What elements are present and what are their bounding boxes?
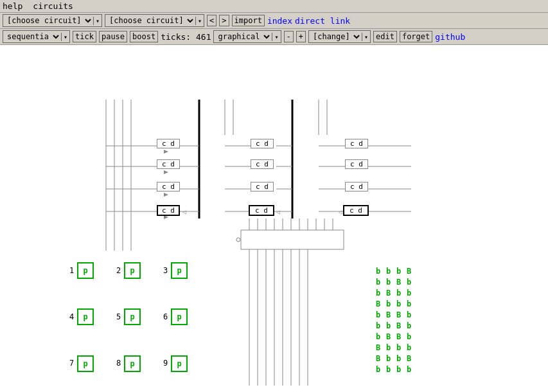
b-out-0-1: b [386,267,391,276]
b-out-0-0: b [376,267,380,276]
help-menu[interactable]: help [3,1,22,11]
circuits-menu[interactable]: circuits [33,1,73,11]
num-label-2: 2 [116,266,121,275]
num-label-8: 8 [116,359,121,368]
github-link[interactable]: github [435,32,465,42]
toolbar1: [choose circuit] ▾ [choose circuit] ▾ < … [0,13,548,29]
b-out-6-1: B [386,332,391,341]
svg-text:◁: ◁ [339,208,342,215]
cd-box-3[interactable]: c d [157,182,180,192]
circuit-canvas: ◁ ◁ ◁ 492" y2="530" stroke="#888" stroke… [0,45,548,392]
num-label-7: 7 [69,359,74,368]
b-out-9-1: b [386,365,391,374]
num-label-3: 3 [163,266,168,275]
b-out-7-0: B [376,343,380,352]
b-out-6-2: B [396,332,401,341]
cd-box-1[interactable]: c d [157,139,180,148]
p-box-5[interactable]: p [124,308,141,325]
import-button[interactable]: import [232,15,265,26]
b-out-2-2: b [396,289,401,298]
p-box-4[interactable]: p [77,308,94,325]
cd-box-9[interactable]: c d [345,139,368,148]
b-out-5-1: b [386,321,391,330]
tick-button[interactable]: tick [73,31,96,42]
b-out-9-3: b [407,365,411,374]
cd-box-6[interactable]: c d [251,159,274,169]
graphical-dropdown[interactable]: graphical [214,31,272,42]
b-out-1-1: b [386,278,391,287]
num-label-4: 4 [69,312,74,321]
p-box-1[interactable]: p [77,262,94,279]
cd-box-5[interactable]: c d [251,139,274,148]
b-out-1-0: b [376,278,380,287]
num-label-1: 1 [69,266,74,275]
cd-box-8[interactable]: c d [249,205,274,216]
cd-box-4[interactable]: c d [157,205,180,216]
nav-next-button[interactable]: > [219,15,229,26]
sequential-select[interactable]: sequentia ▾ [3,30,70,43]
graphical-arrow[interactable]: ▾ [272,33,280,41]
b-out-5-3: b [407,321,411,330]
boost-button[interactable]: boost [130,31,158,42]
b-out-1-2: B [396,278,401,287]
plus-button[interactable]: + [296,31,306,42]
graphical-select[interactable]: graphical ▾ [213,30,281,43]
sequential-dropdown[interactable]: sequentia [3,31,61,42]
change-arrow[interactable]: ▾ [362,33,370,41]
p-box-6[interactable]: p [171,308,188,325]
p-box-7[interactable]: p [77,355,94,372]
svg-point-41 [236,238,240,242]
pause-button[interactable]: pause [99,31,127,42]
b-out-7-3: b [407,343,411,352]
change-select[interactable]: [change] ▾ [308,30,371,43]
b-out-1-3: b [407,278,411,287]
nav-prev-button[interactable]: < [207,15,217,26]
b-out-4-2: B [396,310,401,319]
b-out-0-2: b [396,267,401,276]
num-label-6: 6 [163,312,168,321]
b-out-7-1: b [386,343,391,352]
cd-box-12[interactable]: c d [343,205,369,216]
b-out-3-2: b [396,299,401,308]
p-box-8[interactable]: p [124,355,141,372]
circuit-dropdown-1[interactable]: [choose circuit] [3,15,93,26]
b-out-3-3: b [407,299,411,308]
ticks-display: ticks: 461 [161,32,211,42]
svg-marker-20 [164,193,168,197]
b-out-3-0: B [376,299,380,308]
b-out-5-0: b [376,321,380,330]
p-box-2[interactable]: p [124,262,141,279]
sequential-arrow[interactable]: ▾ [61,33,69,41]
svg-marker-19 [164,170,168,174]
b-out-9-0: b [376,365,380,374]
b-out-2-3: b [407,289,411,298]
num-label-5: 5 [116,312,121,321]
circuit-diagram: ◁ ◁ ◁ 492" y2="530" stroke="#888" stroke… [0,45,546,392]
edit-button[interactable]: edit [373,31,397,42]
p-box-3[interactable]: p [171,262,188,279]
b-out-4-3: b [407,310,411,319]
cd-box-2[interactable]: c d [157,159,180,169]
b-out-8-1: b [386,354,391,363]
b-out-4-0: b [376,310,380,319]
cd-box-7[interactable]: c d [251,182,274,192]
circuit-select-2-arrow[interactable]: ▾ [195,17,204,25]
b-out-6-0: b [376,332,380,341]
circuit-select-1-arrow[interactable]: ▾ [93,17,102,25]
change-dropdown[interactable]: [change] [309,31,362,42]
b-out-5-2: B [396,321,401,330]
index-link[interactable]: index [267,16,292,26]
circuit-select-1[interactable]: [choose circuit] ▾ [3,14,102,27]
direct-link[interactable]: direct link [295,16,350,26]
minus-button[interactable]: - [284,31,294,42]
toolbar2: sequentia ▾ tick pause boost ticks: 461 … [0,29,548,45]
cd-box-10[interactable]: c d [345,159,368,169]
circuit-select-2[interactable]: [choose circuit] ▾ [105,14,204,27]
b-out-9-2: b [396,365,401,374]
forget-button[interactable]: forget [400,31,432,42]
b-out-2-1: B [386,289,391,298]
cd-box-11[interactable]: c d [345,182,368,192]
b-out-7-2: b [396,343,401,352]
p-box-9[interactable]: p [171,355,188,372]
circuit-dropdown-2[interactable]: [choose circuit] [105,15,195,26]
